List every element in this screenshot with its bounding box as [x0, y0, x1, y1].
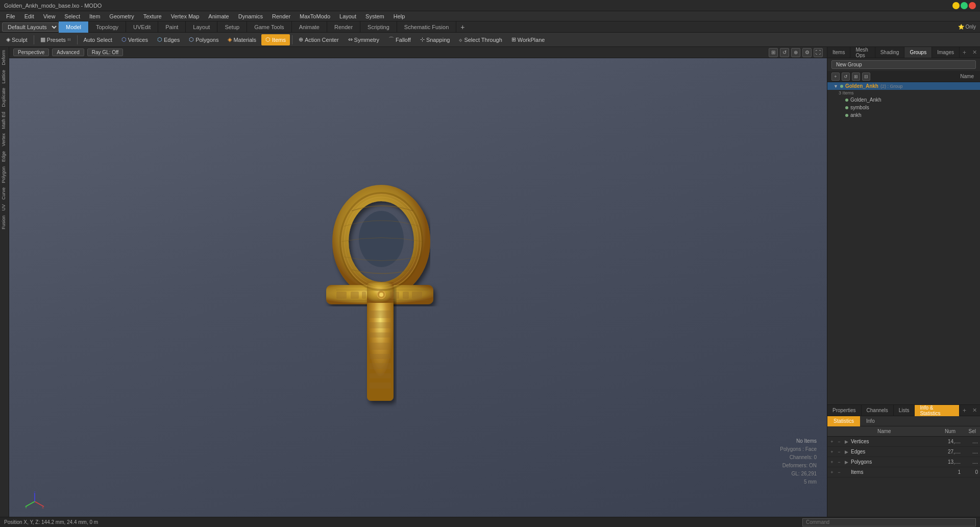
tab-setup[interactable]: Setup	[217, 21, 247, 33]
stats-add-btn-edges[interactable]: +	[829, 449, 835, 454]
tab-topology[interactable]: Topology	[89, 21, 126, 33]
tab-lists[interactable]: Lists	[894, 405, 915, 416]
layout-select[interactable]: Default Layouts	[2, 22, 59, 32]
add-panel-tab-button[interactable]: +	[960, 48, 969, 57]
menu-help[interactable]: Help	[389, 12, 409, 20]
sculpt-button[interactable]: ◈ Sculpt	[2, 34, 32, 45]
scene-item-ankh[interactable]: ▶ ankh	[827, 111, 980, 119]
stats-minus-btn-edges[interactable]: −	[837, 449, 842, 454]
tab-info-statistics[interactable]: Info & Statistics	[915, 405, 960, 416]
tab-layout[interactable]: Layout	[186, 21, 217, 33]
left-tool-vertex[interactable]: Vertex	[1, 131, 8, 149]
scene-list-expand-btn[interactable]: ⊟	[862, 73, 870, 81]
menu-texture[interactable]: Texture	[139, 12, 166, 20]
tab-properties[interactable]: Properties	[827, 405, 862, 416]
minimize-button[interactable]	[952, 2, 960, 9]
advanced-btn[interactable]: Advanced	[52, 49, 84, 56]
tab-mesh-ops[interactable]: Mesh Ops	[850, 47, 875, 58]
stats-add-btn-polygons[interactable]: +	[829, 460, 835, 465]
auto-select-button[interactable]: Auto Select	[80, 34, 116, 45]
edges-button[interactable]: ⬡ Edges	[153, 34, 184, 45]
vertices-button[interactable]: ⬡ Vertices	[117, 34, 152, 45]
command-input[interactable]	[802, 518, 976, 526]
left-tool-polygon[interactable]: Polygon	[1, 164, 8, 185]
stats-row-polygons[interactable]: + − ▶ Polygons 13,.... ....	[827, 457, 980, 467]
viewport-settings-btn[interactable]: ⚙	[802, 48, 812, 57]
viewport-refresh-btn[interactable]: ↺	[780, 48, 789, 57]
panel-close-button[interactable]: ✕	[969, 48, 980, 57]
menu-maxtomode[interactable]: MaxToModo	[296, 12, 334, 20]
menu-geometry[interactable]: Geometry	[105, 12, 138, 20]
menu-view[interactable]: View	[39, 12, 60, 20]
action-center-button[interactable]: ⊕ Action Center	[295, 34, 343, 45]
left-tool-lattice[interactable]: Lattice	[1, 68, 8, 86]
tab-scripting[interactable]: Scripting	[360, 21, 397, 33]
menu-system[interactable]: System	[361, 12, 388, 20]
tab-groups[interactable]: Groups	[904, 47, 932, 58]
stats-arrow-btn-vertices[interactable]: ▶	[844, 439, 849, 444]
scene-list-add-btn[interactable]: +	[831, 73, 840, 81]
tab-render[interactable]: Render	[327, 21, 360, 33]
scene-list-remove-btn[interactable]: ↺	[842, 73, 850, 81]
left-tool-duplicate[interactable]: Duplicate	[1, 86, 8, 109]
menu-vertex-map[interactable]: Vertex Map	[167, 12, 204, 20]
stats-row-items[interactable]: + − ▶ Items 1 0	[827, 467, 980, 477]
ray-gl-btn[interactable]: Ray GL: Off	[87, 49, 124, 56]
stats-row-edges[interactable]: + − ▶ Edges 27,.... ....	[827, 447, 980, 457]
polygons-button[interactable]: ⬡ Polygons	[185, 34, 223, 45]
stats-arrow-btn-polygons[interactable]: ▶	[844, 460, 849, 465]
symmetry-button[interactable]: ⇔ Symmetry	[344, 34, 384, 45]
workplane-button[interactable]: ⊞ WorkPlane	[507, 34, 549, 45]
left-tool-deform[interactable]: Deform	[1, 48, 8, 67]
menu-edit[interactable]: Edit	[20, 12, 38, 20]
stats-minus-btn-polygons[interactable]: −	[837, 460, 842, 465]
tab-images[interactable]: Images	[932, 47, 960, 58]
tab-model[interactable]: Model	[59, 21, 89, 33]
stats-minus-btn-vertices[interactable]: −	[837, 439, 842, 444]
close-button[interactable]	[969, 2, 976, 9]
tab-channels[interactable]: Channels	[862, 405, 894, 416]
tab-items[interactable]: Items	[827, 47, 850, 58]
tab-shading[interactable]: Shading	[875, 47, 905, 58]
menu-layout[interactable]: Layout	[335, 12, 360, 20]
viewport-zoom-btn[interactable]: ⊕	[791, 48, 800, 57]
menu-select[interactable]: Select	[60, 12, 84, 20]
stats-row-vertices[interactable]: + − ▶ Vertices 14,.... ....	[827, 437, 980, 447]
perspective-btn[interactable]: Perspective	[13, 49, 49, 56]
new-group-button[interactable]: New Group	[831, 60, 976, 69]
tab-animate[interactable]: Animate	[292, 21, 327, 33]
tab-paint[interactable]: Paint	[158, 21, 186, 33]
left-tool-uv[interactable]: UV	[1, 202, 8, 213]
menu-file[interactable]: File	[2, 12, 19, 20]
viewport-maximize-btn[interactable]: ⛶	[814, 48, 823, 57]
tab-schematic-fusion[interactable]: Schematic Fusion	[397, 21, 456, 33]
snapping-button[interactable]: ⊹ Snapping	[416, 34, 454, 45]
add-bottom-tab-button[interactable]: +	[960, 406, 969, 415]
menu-dynamics[interactable]: Dynamics	[234, 12, 267, 20]
stats-arrow-btn-edges[interactable]: ▶	[844, 449, 849, 454]
select-through-button[interactable]: ⟐ Select Through	[455, 34, 506, 45]
left-tool-edge[interactable]: Edge	[1, 149, 8, 164]
menu-animate[interactable]: Animate	[204, 12, 233, 20]
sub-tab-statistics[interactable]: Statistics	[827, 416, 860, 426]
left-tool-fusion[interactable]: Fusion	[1, 213, 8, 231]
falloff-button[interactable]: ⌒ Falloff	[384, 34, 415, 45]
scene-item-golden-ankh[interactable]: ▶ Golden_Ankh	[827, 96, 980, 104]
left-tool-math-ed[interactable]: Math Ed	[1, 110, 8, 131]
viewport-fit-btn[interactable]: ⊞	[769, 48, 778, 57]
add-layout-tab-button[interactable]: +	[456, 22, 469, 32]
scene-list-collapse-btn[interactable]: ⊞	[852, 73, 860, 81]
presets-button[interactable]: ▦ Presets III	[36, 34, 75, 45]
bottom-panel-close-button[interactable]: ✕	[969, 406, 980, 415]
sub-tab-info[interactable]: Info	[860, 416, 881, 426]
stats-add-btn-vertices[interactable]: +	[829, 439, 835, 444]
items-button[interactable]: ⬡ Items	[261, 34, 290, 45]
menu-item[interactable]: Item	[85, 12, 104, 20]
left-tool-curve[interactable]: Curve	[1, 185, 8, 202]
stats-minus-btn-items[interactable]: −	[837, 470, 842, 475]
maximize-button[interactable]	[961, 2, 968, 9]
materials-button[interactable]: ◈ Materials	[224, 34, 260, 45]
stats-add-btn-items[interactable]: +	[829, 470, 835, 475]
menu-render[interactable]: Render	[268, 12, 295, 20]
tab-game-tools[interactable]: Game Tools	[247, 21, 292, 33]
